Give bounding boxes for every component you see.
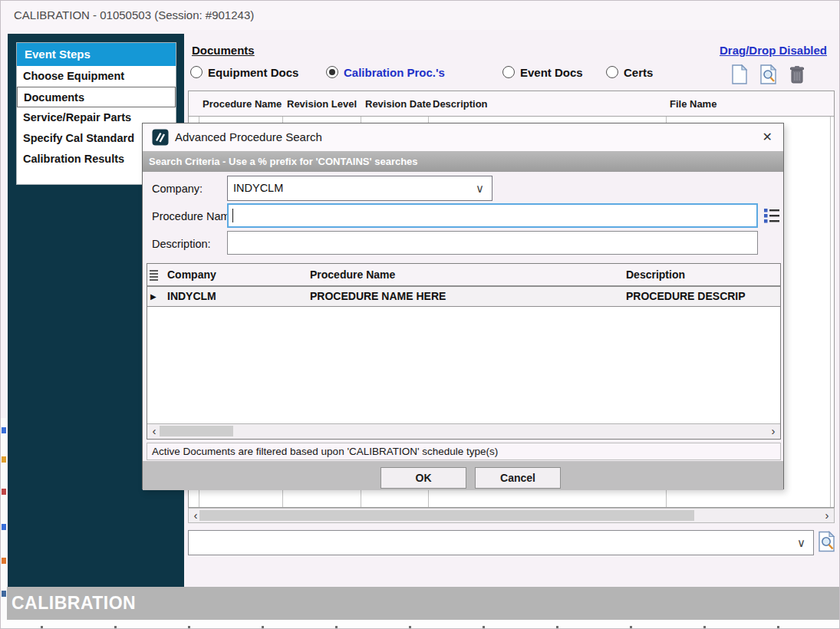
dialog-title: Advanced Procedure Search	[175, 123, 322, 151]
search-document-icon[interactable]	[759, 64, 778, 85]
title-bar: CALIBRATION - 01050503 (Session: #901243…	[1, 1, 839, 30]
radio-equipment-docs[interactable]: Equipment Docs	[190, 64, 298, 80]
lookup-list-icon[interactable]	[763, 206, 781, 225]
procedure-name-label: Procedure Name:	[152, 210, 239, 222]
column-divider	[830, 91, 831, 507]
document-toolbar	[731, 64, 805, 85]
documents-table-header: Procedure Name Revision Level Revision D…	[189, 91, 834, 117]
sidebar-item-documents[interactable]: Documents	[17, 87, 176, 107]
scroll-left-icon[interactable]: ‹	[149, 424, 160, 438]
results-table-hscrollbar[interactable]: ‹ ›	[147, 423, 780, 439]
radio-calibration-procs[interactable]: Calibration Proc.'s	[326, 64, 445, 80]
wizard-title: CALIBRATION	[12, 587, 136, 620]
column-header-file-name[interactable]: File Name	[670, 91, 716, 117]
column-header-description[interactable]: Description	[626, 264, 685, 286]
documents-table-hscrollbar[interactable]: ‹ ›	[188, 508, 835, 523]
procedure-name-input[interactable]	[227, 203, 758, 228]
chevron-down-icon[interactable]: ∨	[476, 176, 484, 200]
filter-status-bar: Active Documents are filtered based upon…	[147, 443, 781, 460]
radio-selected-dot	[329, 69, 335, 75]
window-title: CALIBRATION - 01050503 (Session: #901243…	[14, 1, 254, 30]
radio-label: Certs	[624, 66, 653, 79]
dialog-footer: OK Cancel	[143, 461, 783, 490]
column-header-procedure-name[interactable]: Procedure Name	[203, 91, 282, 117]
new-document-icon[interactable]	[731, 64, 748, 85]
filter-status-text: Active Documents are filtered based upon…	[152, 443, 498, 459]
radio-circle[interactable]	[502, 66, 515, 78]
document-lookup-combobox[interactable]: ∨	[188, 530, 814, 555]
documents-section-title: Documents	[192, 44, 255, 57]
scrollbar-thumb[interactable]	[199, 510, 694, 521]
column-header-revision-date[interactable]: Revision Date	[365, 91, 431, 117]
search-results-table: Company Procedure Name Description ▶ IND…	[147, 263, 781, 440]
company-select[interactable]: INDYCLM ∨	[227, 176, 492, 201]
radio-event-docs[interactable]: Event Docs	[502, 64, 583, 80]
wizard-bottom-bar: CALIBRATION < Back Next > Cancel	[1, 587, 839, 620]
chevron-down-icon[interactable]: ∨	[797, 531, 805, 555]
column-header-procedure-name[interactable]: Procedure Name	[310, 264, 395, 286]
radio-label: Calibration Proc.'s	[344, 66, 445, 79]
description-input[interactable]	[227, 231, 758, 255]
text-caret	[232, 209, 233, 222]
sidebar-item-choose-equipment[interactable]: Choose Equipment	[17, 66, 176, 87]
company-value: INDYCLM	[233, 176, 283, 200]
dialog-cancel-button[interactable]: Cancel	[475, 467, 561, 489]
grid-selector-icon[interactable]	[150, 270, 158, 280]
scroll-right-icon[interactable]: ›	[768, 424, 779, 438]
close-icon[interactable]: ✕	[763, 123, 772, 151]
advanced-procedure-search-dialog: Advanced Procedure Search ✕ Search Crite…	[142, 123, 784, 489]
ok-button[interactable]: OK	[380, 467, 466, 489]
search-document-icon	[818, 531, 836, 553]
table-row[interactable]: ▶ INDYCLM PROCEDURE NAME HERE PROCEDURE …	[147, 286, 780, 307]
dialog-title-bar: Advanced Procedure Search ✕	[143, 123, 783, 151]
document-lookup-button[interactable]	[818, 531, 838, 555]
radio-label: Equipment Docs	[208, 66, 298, 79]
scrollbar-thumb[interactable]	[160, 426, 233, 436]
drag-drop-disabled-link[interactable]: Drag/Drop Disabled	[720, 44, 827, 57]
radio-circle[interactable]	[326, 66, 338, 78]
background-window-fragment	[1, 620, 839, 628]
app-logo-icon	[152, 129, 169, 146]
column-header-description[interactable]: Description	[433, 91, 488, 117]
row-selector-arrow-icon: ▶	[150, 287, 156, 306]
event-steps-header: Event Steps	[17, 43, 176, 66]
cell-description: PROCEDURE DESCRIP	[626, 287, 746, 306]
radio-label: Event Docs	[520, 66, 583, 79]
radio-circle[interactable]	[190, 66, 203, 78]
scroll-right-icon[interactable]: ›	[822, 509, 832, 522]
radio-certs[interactable]: Certs	[606, 64, 653, 80]
column-header-revision-level[interactable]: Revision Level	[287, 91, 357, 117]
column-header-company[interactable]: Company	[167, 264, 216, 286]
delete-icon[interactable]	[789, 65, 805, 84]
results-table-header: Company Procedure Name Description	[147, 264, 780, 286]
description-label: Description:	[152, 238, 211, 250]
company-label: Company:	[152, 183, 203, 195]
app-window: CALIBRATION - 01050503 (Session: #901243…	[0, 0, 840, 629]
search-criteria-header: Search Criteria - Use a % prefix for 'CO…	[143, 151, 783, 172]
cell-company: INDYCLM	[167, 287, 216, 306]
background-window-fragment	[1, 418, 7, 620]
radio-circle[interactable]	[606, 66, 618, 78]
cell-procedure-name: PROCEDURE NAME HERE	[310, 287, 446, 306]
